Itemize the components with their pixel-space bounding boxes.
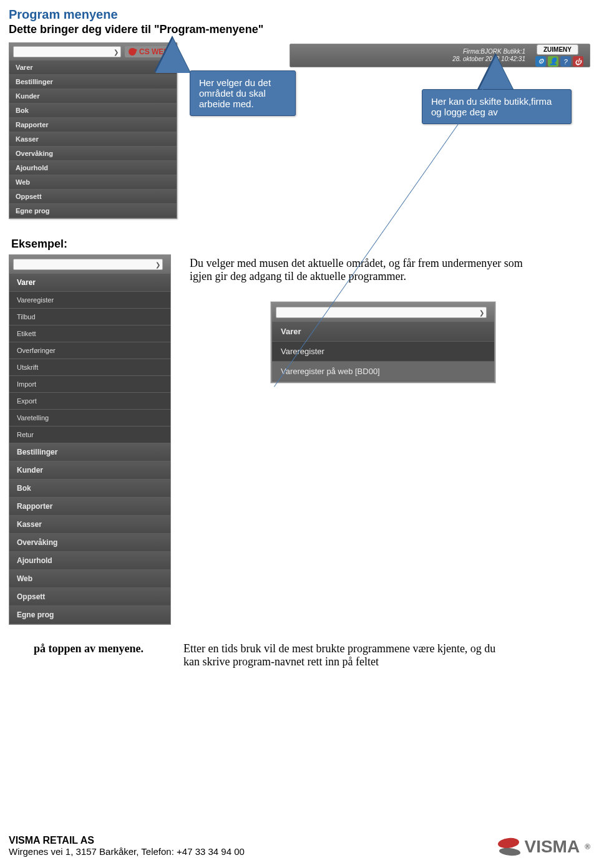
search-input[interactable]: ❯	[13, 46, 121, 57]
search-input[interactable]: ❯	[276, 307, 487, 318]
user-icon[interactable]: 👤	[548, 56, 558, 67]
menu-item[interactable]: Bok	[9, 104, 177, 118]
menu-item[interactable]: Rapporter	[9, 498, 170, 516]
footer-address: Wirgenes vei 1, 3157 Barkåker, Telefon: …	[9, 846, 245, 857]
page-subtitle: Dette bringer deg videre til "Program-me…	[9, 23, 590, 36]
menu-item[interactable]: Web	[9, 175, 177, 190]
submenu-item[interactable]: Export	[9, 393, 170, 410]
chevron-right-icon: ❯	[114, 49, 119, 55]
zuimeny-button[interactable]: ZUIMENY	[537, 44, 578, 55]
menu-item[interactable]: Kasser	[9, 132, 177, 147]
app-panel-expanded: ❯ Varer Vareregister Tilbud Etikett Over…	[9, 254, 171, 625]
mini-section-varer[interactable]: Varer	[272, 322, 494, 342]
footer-company: VISMA RETAIL AS	[9, 835, 245, 846]
menu-main: Varer Bestillinger Kunder Bok Rapporter …	[9, 60, 177, 218]
page-title: Program menyene	[9, 7, 590, 22]
menu-item[interactable]: Egne prog	[9, 606, 170, 624]
menu-item[interactable]: Ajourhold	[9, 552, 170, 570]
submenu-item[interactable]: Retur	[9, 427, 170, 443]
visma-swoosh-icon	[498, 838, 519, 856]
app-panel-left: ❯ CS WEB Varer Bestillinger Kunder Bok R…	[9, 42, 177, 219]
explain-text: Du velger med musen det aktuelle området…	[190, 257, 539, 283]
menu-item[interactable]: Kunder	[9, 89, 177, 104]
submenu-item[interactable]: Tilbud	[9, 309, 170, 326]
question-icon[interactable]: ?	[560, 56, 571, 67]
mini-sub-vareregister[interactable]: Vareregister	[272, 342, 494, 362]
topline-text: på toppen av menyene.	[34, 642, 171, 655]
menu-item[interactable]: Web	[9, 570, 170, 588]
power-icon[interactable]: ⏻	[573, 56, 583, 67]
gear-icon[interactable]: ⚙	[535, 56, 546, 67]
submenu-item[interactable]: Etikett	[9, 326, 170, 342]
eksempel-label: Eksempel:	[11, 238, 590, 251]
menu-item[interactable]: Oppsett	[9, 588, 170, 606]
callout-right: Her kan du skifte butikk,firma og logge …	[422, 89, 572, 124]
menu-item[interactable]: Egne prog	[9, 204, 177, 218]
submenu-item[interactable]: Utskrift	[9, 359, 170, 376]
menu-item[interactable]: Oppsett	[9, 190, 177, 204]
chevron-right-icon: ❯	[155, 261, 160, 268]
submenu-item[interactable]: Varetelling	[9, 410, 170, 427]
menu-item[interactable]: Overvåking	[9, 147, 177, 161]
menu-item[interactable]: Kasser	[9, 516, 170, 534]
menu-item[interactable]: Rapporter	[9, 118, 177, 132]
after-usage-text: Etter en tids bruk vil de mest brukte pr…	[183, 642, 514, 668]
chevron-right-icon: ❯	[479, 309, 484, 316]
menu-item[interactable]: Varer	[9, 60, 177, 75]
visma-logo: VISMA®	[498, 837, 590, 857]
page-footer: VISMA RETAIL AS Wirgenes vei 1, 3157 Bar…	[9, 835, 590, 857]
submenu-item[interactable]: Overføringer	[9, 342, 170, 359]
menu-section-varer[interactable]: Varer	[9, 274, 170, 292]
submenu-item[interactable]: Import	[9, 376, 170, 393]
menu-item[interactable]: Ajourhold	[9, 161, 177, 175]
brand-swoosh-icon	[127, 47, 137, 56]
menu-item[interactable]: Kunder	[9, 461, 170, 480]
menu-item[interactable]: Bok	[9, 480, 170, 498]
submenu-item[interactable]: Vareregister	[9, 292, 170, 309]
header-bar: Firma:BJORK Butikk:1 28. oktober 2012 10…	[290, 44, 590, 67]
search-input[interactable]: ❯	[13, 259, 163, 270]
mini-sub-vareregister-web[interactable]: Vareregister på web [BD00]	[272, 362, 494, 382]
menu-item[interactable]: Overvåking	[9, 534, 170, 552]
menu-item[interactable]: Bestillinger	[9, 443, 170, 461]
callout-left: Her velger du det området du skal arbeid…	[190, 70, 296, 116]
menu-item[interactable]: Bestillinger	[9, 75, 177, 89]
